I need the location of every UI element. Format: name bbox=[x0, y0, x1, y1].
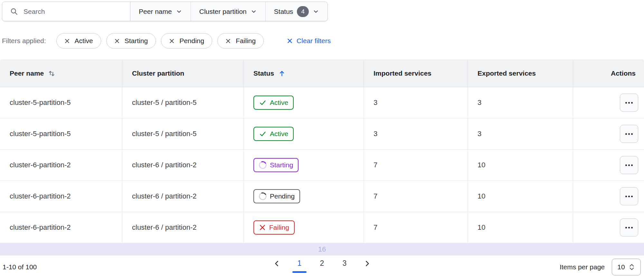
status-badge-failing: Failing bbox=[253, 220, 295, 235]
search-input[interactable] bbox=[24, 8, 124, 15]
status-badge-starting: Starting bbox=[253, 158, 298, 172]
peer-name-cell: cluster-6-partition-2 bbox=[0, 212, 122, 243]
chevron-down-icon bbox=[176, 8, 182, 15]
cluster-partition-cell: cluster-6 / partition-2 bbox=[122, 212, 244, 243]
status-badge-active: Active bbox=[253, 96, 294, 110]
row-actions-button[interactable] bbox=[620, 94, 638, 112]
cluster-partition-filter-label: Cluster partition bbox=[199, 8, 247, 15]
imported-services-cell: 7 bbox=[364, 150, 468, 181]
close-icon bbox=[64, 38, 70, 44]
column-header-status[interactable]: Status bbox=[244, 60, 364, 87]
row-actions-button[interactable] bbox=[620, 187, 638, 205]
results-range-text: 1-10 of 100 bbox=[3, 263, 37, 271]
column-header-actions: Actions bbox=[573, 60, 644, 87]
close-icon bbox=[169, 38, 175, 44]
peer-name-filter-dropdown[interactable]: Peer name bbox=[130, 2, 191, 21]
chevron-down-icon bbox=[313, 8, 319, 15]
peers-table: Peer name Cluster partition Status Impor… bbox=[0, 60, 644, 255]
ellipsis-icon bbox=[625, 133, 633, 135]
filter-chip-starting[interactable]: Starting bbox=[106, 33, 156, 49]
pager: 1 2 3 bbox=[272, 259, 372, 273]
cluster-partition-cell: cluster-6 / partition-2 bbox=[122, 181, 244, 212]
filter-chip-failing[interactable]: Failing bbox=[217, 33, 264, 49]
status-filter-dropdown[interactable]: Status 4 bbox=[266, 2, 328, 21]
search-icon bbox=[10, 7, 18, 16]
filter-chip-pending[interactable]: Pending bbox=[161, 33, 212, 49]
peer-name-cell: cluster-6-partition-2 bbox=[0, 150, 122, 181]
peer-name-filter-label: Peer name bbox=[139, 8, 172, 15]
table-body: cluster-5-partition-5 cluster-5 / partit… bbox=[0, 87, 644, 243]
status-badge-pending: Pending bbox=[253, 189, 300, 203]
status-label: Starting bbox=[270, 161, 293, 169]
cluster-partition-cell: cluster-5 / partition-5 bbox=[122, 87, 244, 118]
close-icon bbox=[287, 38, 293, 44]
column-label: Peer name bbox=[10, 70, 44, 77]
page-number: 1 bbox=[298, 259, 302, 268]
column-label: Cluster partition bbox=[132, 70, 184, 77]
close-icon bbox=[225, 38, 231, 44]
status-badge-active: Active bbox=[253, 127, 294, 141]
cluster-partition-filter-dropdown[interactable]: Cluster partition bbox=[191, 2, 266, 21]
ellipsis-icon bbox=[625, 196, 633, 197]
column-label: Exported services bbox=[478, 70, 536, 77]
filter-chip-label: Active bbox=[75, 37, 93, 45]
exported-services-cell: 10 bbox=[468, 181, 573, 212]
check-icon bbox=[259, 130, 267, 138]
chevron-down-icon bbox=[251, 8, 257, 15]
stepper-chevrons-icon bbox=[628, 263, 635, 271]
column-label: Imported services bbox=[374, 70, 431, 77]
items-per-page-select[interactable]: 10 bbox=[612, 259, 641, 275]
row-actions-button[interactable] bbox=[620, 218, 638, 236]
current-page-underline bbox=[292, 271, 307, 273]
items-per-page-value: 10 bbox=[617, 263, 625, 271]
cluster-partition-cell: cluster-6 / partition-2 bbox=[122, 150, 244, 181]
arrow-up-icon bbox=[278, 70, 286, 78]
previous-page-button[interactable] bbox=[272, 259, 282, 273]
chevron-left-icon bbox=[273, 259, 281, 268]
status-label: Active bbox=[270, 99, 288, 107]
column-header-exported-services: Exported services bbox=[468, 60, 573, 87]
status-cell: Pending bbox=[244, 181, 364, 212]
loading-spinner-icon bbox=[258, 191, 268, 201]
clear-filters-button[interactable]: Clear filters bbox=[287, 37, 331, 45]
page-button-2[interactable]: 2 bbox=[317, 259, 327, 273]
table-header-row: Peer name Cluster partition Status Impor… bbox=[0, 60, 644, 87]
filter-chip-active[interactable]: Active bbox=[56, 33, 101, 49]
items-per-page-label: Items per page bbox=[560, 263, 605, 271]
row-actions-button[interactable] bbox=[620, 125, 638, 143]
page-button-3[interactable]: 3 bbox=[340, 259, 349, 273]
items-per-page: Items per page 10 bbox=[560, 259, 641, 275]
imported-services-cell: 3 bbox=[364, 87, 468, 118]
table-row: cluster-5-partition-5 cluster-5 / partit… bbox=[0, 118, 644, 150]
column-header-imported-services: Imported services bbox=[364, 60, 468, 87]
actions-cell bbox=[573, 118, 644, 149]
search-box[interactable] bbox=[2, 2, 130, 21]
page-number: 2 bbox=[320, 259, 324, 268]
next-page-button[interactable] bbox=[362, 259, 372, 273]
actions-cell bbox=[573, 212, 644, 243]
imported-services-cell: 7 bbox=[364, 212, 468, 243]
filter-chip-label: Failing bbox=[236, 37, 256, 45]
peer-name-cell: cluster-6-partition-2 bbox=[0, 181, 122, 212]
column-header-peer-name[interactable]: Peer name bbox=[0, 60, 122, 87]
table-row: cluster-6-partition-2 cluster-6 / partit… bbox=[0, 212, 644, 243]
column-header-cluster-partition: Cluster partition bbox=[122, 60, 244, 87]
table-row: cluster-6-partition-2 cluster-6 / partit… bbox=[0, 181, 644, 212]
sort-icon bbox=[48, 70, 56, 78]
status-cell: Starting bbox=[244, 150, 364, 181]
status-cell: Active bbox=[244, 118, 364, 149]
page-button-1[interactable]: 1 bbox=[295, 259, 304, 273]
filter-chip-label: Pending bbox=[179, 37, 204, 45]
x-icon bbox=[259, 224, 266, 231]
row-actions-button[interactable] bbox=[620, 156, 638, 174]
status-label: Failing bbox=[269, 224, 289, 231]
status-label: Pending bbox=[270, 192, 295, 200]
status-cell: Active bbox=[244, 87, 364, 118]
exported-services-cell: 3 bbox=[468, 87, 573, 118]
search-filter-bar: Peer name Cluster partition Status 4 bbox=[2, 2, 328, 21]
exported-services-cell: 10 bbox=[468, 150, 573, 181]
applied-filters-row: Filters applied: Active Starting Pending… bbox=[2, 33, 644, 49]
close-icon bbox=[114, 38, 120, 44]
actions-cell bbox=[573, 181, 644, 212]
exported-services-cell: 3 bbox=[468, 118, 573, 149]
